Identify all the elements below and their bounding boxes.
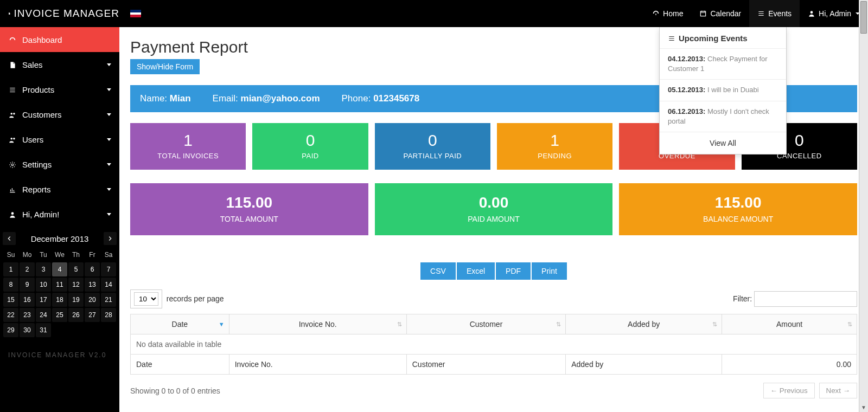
chevron-left-icon <box>5 235 13 242</box>
sidebar-item-label: Products <box>22 85 54 94</box>
col-date[interactable]: Date▼ <box>131 314 229 334</box>
cal-day[interactable]: 20 <box>85 293 100 307</box>
sidebar-version: INVOICE MANAGER V2.0 <box>0 340 119 370</box>
payments-table: Date▼Invoice No.⇅Customer⇅Added by⇅Amoun… <box>130 314 857 375</box>
cal-day[interactable]: 26 <box>68 308 84 322</box>
chevron-right-icon <box>106 235 114 242</box>
filter-label: Filter: <box>733 294 752 303</box>
cal-day[interactable]: 16 <box>20 293 35 307</box>
footer-total: 0.00 <box>722 355 857 375</box>
col-amount[interactable]: Amount⇅ <box>722 314 857 334</box>
reports-icon <box>8 186 17 194</box>
cal-day[interactable]: 12 <box>68 278 84 292</box>
cal-day[interactable]: 15 <box>3 293 18 307</box>
cal-day[interactable]: 10 <box>36 278 51 292</box>
customers-icon <box>8 111 17 119</box>
event-item[interactable]: 06.12.2013: Mostly I don't check portal <box>660 101 786 132</box>
settings-icon <box>8 161 17 169</box>
cal-day[interactable]: 25 <box>52 308 67 322</box>
event-item[interactable]: 04.12.2013: Check Payment for Customer 1 <box>660 48 786 79</box>
chevron-down-icon <box>107 163 111 166</box>
cal-day[interactable]: 30 <box>20 323 35 337</box>
col-added-by[interactable]: Added by⇅ <box>566 314 722 334</box>
file-icon <box>8 9 10 18</box>
sidebar-item-customers[interactable]: Customers <box>0 102 119 127</box>
footer-col: Customer <box>406 355 565 375</box>
nav-events[interactable]: Events <box>749 0 800 27</box>
col-invoice-no-[interactable]: Invoice No.⇅ <box>229 314 406 334</box>
cal-day[interactable]: 23 <box>20 308 35 322</box>
customer-phone: 012345678 <box>373 93 419 104</box>
amount-total-amount: 115.00TOTAL AMOUNT <box>130 183 368 235</box>
cal-day[interactable]: 13 <box>85 278 100 292</box>
brand[interactable]: INVOICE MANAGER <box>0 8 119 20</box>
cal-day[interactable]: 6 <box>85 262 100 276</box>
cal-day[interactable]: 24 <box>36 308 51 322</box>
events-title: Upcoming Events <box>679 34 748 43</box>
scroll-thumb[interactable] <box>860 1 867 34</box>
next-button[interactable]: Next → <box>819 383 857 398</box>
cal-day[interactable]: 7 <box>101 262 116 276</box>
amount-value: 115.00 <box>130 194 368 211</box>
events-dropdown: Upcoming Events 04.12.2013: Check Paymen… <box>659 27 787 154</box>
cal-dow: Fr <box>84 248 100 262</box>
nav-user[interactable]: Hi, Admin <box>800 0 868 27</box>
amount-label: TOTAL AMOUNT <box>130 215 368 223</box>
cal-day[interactable]: 19 <box>68 293 84 307</box>
cal-day[interactable]: 27 <box>85 308 100 322</box>
svg-point-5 <box>11 164 14 166</box>
amount-label: PAID AMOUNT <box>375 215 613 223</box>
cal-title: December 2013 <box>31 234 89 243</box>
cal-day[interactable]: 5 <box>68 262 84 276</box>
export-excel-button[interactable]: Excel <box>457 262 495 280</box>
cal-day[interactable]: 1 <box>3 262 18 276</box>
amount-balance-amount: 115.00BALANCE AMOUNT <box>619 183 857 235</box>
sidebar-item-dashboard[interactable]: Dashboard <box>0 27 119 52</box>
filter-input[interactable] <box>754 291 857 307</box>
nav-calendar[interactable]: Calendar <box>691 0 749 27</box>
customer-email: mian@yahoo.com <box>241 93 320 104</box>
cal-day[interactable]: 11 <box>52 278 67 292</box>
event-item[interactable]: 05.12.2013: I will be in Duabi <box>660 79 786 100</box>
cal-day[interactable]: 31 <box>36 323 51 337</box>
export-print-button[interactable]: Print <box>532 262 567 280</box>
stat-label: PENDING <box>497 152 612 160</box>
cal-day[interactable]: 4 <box>52 262 67 276</box>
cal-day[interactable]: 18 <box>52 293 67 307</box>
cal-day[interactable]: 22 <box>3 308 18 322</box>
sidebar-item-users[interactable]: Users <box>0 127 119 152</box>
cal-day[interactable]: 2 <box>20 262 35 276</box>
events-view-all[interactable]: View All <box>660 132 786 154</box>
sidebar-item-sales[interactable]: Sales <box>0 52 119 77</box>
sidebar-item-settings[interactable]: Settings <box>0 152 119 177</box>
cal-day[interactable]: 17 <box>36 293 51 307</box>
amount-value: 115.00 <box>619 194 857 211</box>
col-customer[interactable]: Customer⇅ <box>406 314 565 334</box>
sidebar-item-hi-admin-[interactable]: Hi, Admin! <box>0 202 119 227</box>
sidebar-item-label: Settings <box>22 160 52 169</box>
export-pdf-button[interactable]: PDF <box>496 262 531 280</box>
prev-button[interactable]: ← Previous <box>763 383 815 398</box>
scrollbar[interactable]: ▲ ▼ <box>859 0 868 412</box>
sidebar-item-products[interactable]: Products <box>0 77 119 102</box>
export-csv-button[interactable]: CSV <box>420 262 456 280</box>
cal-next-button[interactable] <box>104 232 117 245</box>
scroll-down-icon[interactable]: ▼ <box>859 403 868 412</box>
page-length-select[interactable]: 10 <box>134 292 158 306</box>
cal-day[interactable]: 21 <box>101 293 116 307</box>
cal-day[interactable]: 8 <box>3 278 18 292</box>
sidebar-item-label: Hi, Admin! <box>22 210 59 219</box>
flag-icon[interactable] <box>130 10 141 17</box>
toggle-form-button[interactable]: Show/Hide Form <box>130 59 200 74</box>
cal-day[interactable]: 29 <box>3 323 18 337</box>
nav-home[interactable]: Home <box>644 0 691 27</box>
cal-day[interactable]: 9 <box>20 278 35 292</box>
cal-day[interactable]: 3 <box>36 262 51 276</box>
stat-value: 1 <box>497 131 612 150</box>
cal-prev-button[interactable] <box>3 232 16 245</box>
cal-day[interactable]: 28 <box>101 308 116 322</box>
cal-day[interactable]: 14 <box>101 278 116 292</box>
svg-point-1 <box>11 112 13 114</box>
sidebar-item-reports[interactable]: Reports <box>0 177 119 202</box>
dashboard-icon <box>8 36 17 44</box>
